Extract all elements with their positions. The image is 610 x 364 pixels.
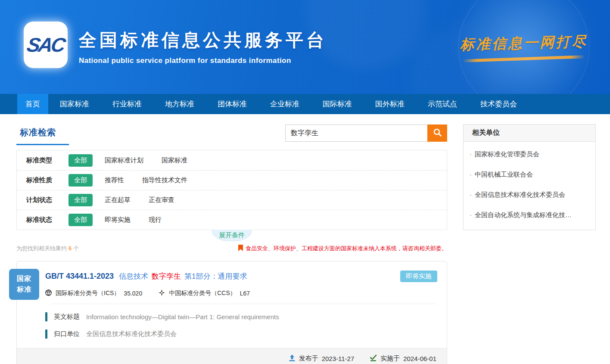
implemented-date: 2024-06-01 bbox=[403, 355, 436, 362]
badge-line2: 标准 bbox=[17, 284, 31, 295]
filter-option[interactable]: 正在起草 bbox=[105, 196, 131, 204]
card-divider bbox=[50, 304, 436, 304]
sidebar-item-machinery-federation[interactable]: ·中国机械工业联合会 bbox=[464, 165, 595, 185]
standard-result-card: 国家 标准 GB/T 43441.1-2023 信息技术 数字孪生 第1部分：通… bbox=[16, 261, 447, 364]
field-label: 英文标题 bbox=[54, 313, 80, 321]
filter-all-button[interactable]: 全部 bbox=[68, 214, 93, 226]
filter-option[interactable]: 国家标准 bbox=[162, 156, 187, 165]
sidebar-item-automation-systems-committee[interactable]: ·全国自动化系统与集成标准化技… bbox=[464, 205, 595, 225]
ics-group: 国际标准分类号（ICS） 35.020 bbox=[45, 289, 142, 297]
bullet: · bbox=[470, 211, 472, 218]
content-area: 标准检索 标准类型 全部 国家标准计 bbox=[0, 114, 610, 364]
nav-item-technical-committees[interactable]: 技术委员会 bbox=[469, 94, 529, 114]
sac-logo[interactable]: SAC bbox=[24, 22, 68, 68]
site-subtitle: National public service platform for sta… bbox=[79, 56, 327, 65]
main-column: 标准检索 标准类型 全部 国家标准计 bbox=[16, 124, 447, 364]
filter-all-button[interactable]: 全部 bbox=[68, 174, 93, 187]
section-title-wrap: 标准检索 bbox=[16, 124, 69, 145]
field-accent-bar bbox=[45, 312, 47, 321]
ccs-value: L67 bbox=[240, 290, 250, 297]
sidebar-item-it-standardization-committee[interactable]: ·全国信息技术标准化技术委员会 bbox=[464, 185, 595, 205]
header-slogan: 标准信息一网打尽 bbox=[460, 34, 588, 60]
publish-upload-icon bbox=[289, 355, 296, 363]
badge-line1: 国家 bbox=[17, 274, 31, 284]
notice-text: 食品安全、环境保护、工程建设方面的国家标准未纳入本系统，请咨询相关部委。 bbox=[246, 245, 447, 252]
bullet: · bbox=[470, 150, 472, 158]
implement-check-icon bbox=[370, 355, 377, 363]
published-label: 发布于 bbox=[299, 355, 318, 363]
nav-item-industry-standards[interactable]: 行业标准 bbox=[101, 94, 153, 114]
search-section: 标准检索 bbox=[16, 124, 447, 145]
nav-item-international-standards[interactable]: 国际标准 bbox=[311, 94, 364, 114]
sidebar-item-label: 全国自动化系统与集成标准化技… bbox=[475, 211, 572, 218]
bookmark-icon bbox=[238, 245, 243, 252]
site-titles: 全国标准信息公共服务平台 National public service pla… bbox=[79, 28, 327, 65]
standard-title-part1[interactable]: 信息技术 bbox=[119, 271, 148, 281]
search-box bbox=[285, 124, 447, 142]
filter-option[interactable]: 推荐性 bbox=[105, 176, 124, 184]
nav-item-national-standards[interactable]: 国家标准 bbox=[48, 94, 101, 114]
filter-option[interactable]: 正在审查 bbox=[149, 196, 174, 204]
filter-option[interactable]: 现行 bbox=[149, 216, 162, 224]
published-date: 2023-11-27 bbox=[322, 355, 355, 362]
nav-item-pilot-programs[interactable]: 示范试点 bbox=[416, 94, 469, 114]
field-accent-bar bbox=[45, 330, 47, 339]
expand-conditions-button[interactable]: 展开条件 bbox=[212, 230, 252, 241]
nav-item-home[interactable]: 首页 bbox=[17, 94, 48, 114]
card-footer: 发布于 2023-11-27 实施于 2024-06-01 bbox=[17, 348, 447, 364]
results-count-number: 6 bbox=[68, 245, 72, 252]
nav-item-foreign-standards[interactable]: 国外标准 bbox=[364, 94, 416, 114]
search-button[interactable] bbox=[427, 124, 447, 142]
english-title-field: 英文标题 Information technology—Digital twin… bbox=[45, 312, 447, 321]
related-units-title: 相关单位 bbox=[464, 124, 595, 142]
sac-logo-text: SAC bbox=[25, 33, 66, 56]
filter-option[interactable]: 指导性技术文件 bbox=[142, 176, 187, 184]
standard-code-link[interactable]: GB/T 43441.1-2023 bbox=[45, 272, 114, 281]
standard-title-highlight[interactable]: 数字孪生 bbox=[152, 271, 181, 281]
standard-title-part2[interactable]: 第1部分：通用要求 bbox=[184, 271, 247, 281]
sidebar-item-label: 全国信息技术标准化技术委员会 bbox=[475, 191, 565, 198]
results-notice: 食品安全、环境保护、工程建设方面的国家标准未纳入本系统，请咨询相关部委。 bbox=[238, 245, 447, 252]
ics-label: 国际标准分类号（ICS） bbox=[56, 289, 120, 297]
results-count-suffix: 个 bbox=[73, 245, 79, 252]
search-icon bbox=[433, 128, 442, 138]
standard-title-row: GB/T 43441.1-2023 信息技术 数字孪生 第1部分：通用要求 即将… bbox=[17, 261, 447, 282]
related-units-list: ·国家标准化管理委员会 ·中国机械工业联合会 ·全国信息技术标准化技术委员会 ·… bbox=[464, 142, 595, 230]
nav-item-group-standards[interactable]: 团体标准 bbox=[206, 94, 258, 114]
nav-item-local-standards[interactable]: 地方标准 bbox=[153, 94, 206, 114]
site-header: SAC 全国标准信息公共服务平台 National public service… bbox=[0, 0, 610, 94]
filter-all-button[interactable]: 全部 bbox=[68, 154, 93, 167]
filter-row-standard-nature: 标准性质 全部 推荐性 指导性技术文件 bbox=[17, 170, 447, 190]
implemented-label: 实施于 bbox=[380, 355, 400, 363]
site-title: 全国标准信息公共服务平台 bbox=[79, 28, 327, 52]
status-badge: 即将实施 bbox=[400, 271, 437, 282]
sidebar-item-label: 中国机械工业联合会 bbox=[475, 171, 533, 178]
filter-panel: 标准类型 全部 国家标准计划 国家标准 标准性质 全部 推荐性 指导性技术文件 … bbox=[16, 150, 447, 230]
page-title: 标准检索 bbox=[16, 124, 69, 138]
results-info-row: 为您找到相关结果约6个 食品安全、环境保护、工程建设方面的国家标准未纳入本系统，… bbox=[16, 245, 447, 252]
search-input[interactable] bbox=[285, 124, 427, 142]
results-count: 为您找到相关结果约6个 bbox=[16, 245, 79, 252]
filter-all-button[interactable]: 全部 bbox=[68, 194, 93, 206]
sidebar-item-sac[interactable]: ·国家标准化管理委员会 bbox=[464, 144, 595, 165]
filter-label: 标准性质 bbox=[26, 176, 68, 184]
ics-value: 35.020 bbox=[124, 290, 142, 297]
compass-icon bbox=[159, 289, 165, 297]
bullet: · bbox=[470, 191, 472, 198]
filter-label: 标准类型 bbox=[26, 156, 68, 165]
slogan-text: 标准信息一网打尽 bbox=[460, 32, 588, 55]
nav-item-enterprise-standards[interactable]: 企业标准 bbox=[258, 94, 311, 114]
filter-option[interactable]: 即将实施 bbox=[105, 216, 131, 224]
english-title-value: Information technology—Digital twin—Part… bbox=[86, 313, 279, 320]
page-title-underline bbox=[16, 144, 69, 145]
implemented-date-group: 实施于 2024-06-01 bbox=[370, 355, 436, 363]
filter-label: 标准状态 bbox=[26, 216, 68, 224]
sidebar-item-label: 国家标准化管理委员会 bbox=[475, 150, 539, 158]
related-units-panel: 相关单位 ·国家标准化管理委员会 ·中国机械工业联合会 ·全国信息技术标准化技术… bbox=[463, 124, 596, 230]
published-date-group: 发布于 2023-11-27 bbox=[289, 355, 355, 363]
filter-option[interactable]: 国家标准计划 bbox=[105, 156, 143, 165]
field-label: 归口单位 bbox=[54, 330, 80, 338]
classification-row: 国际标准分类号（ICS） 35.020 中国标准分类号（CCS） L67 bbox=[17, 282, 447, 297]
results-count-prefix: 为您找到相关结果约 bbox=[16, 245, 67, 252]
national-standard-badge[interactable]: 国家 标准 bbox=[9, 269, 39, 300]
